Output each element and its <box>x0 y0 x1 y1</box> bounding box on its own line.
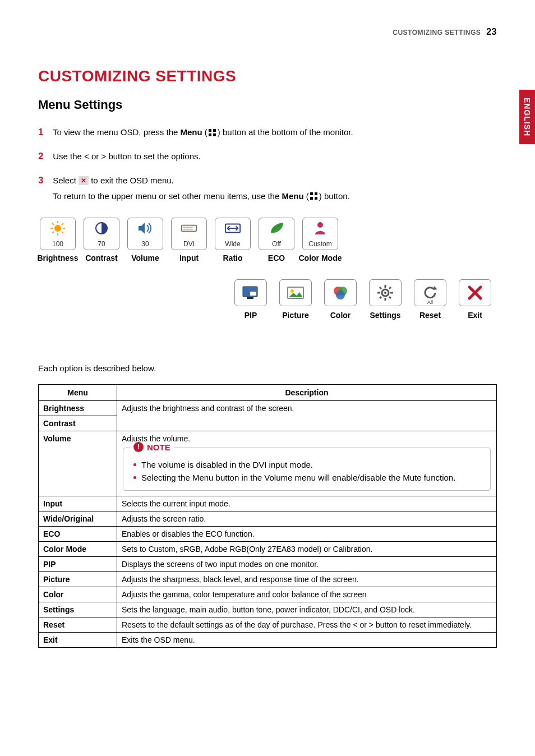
tile-reset: All Reset <box>412 279 449 320</box>
tile-label: Picture <box>282 311 308 320</box>
row-menu: Reset <box>39 617 117 632</box>
row-menu: Input <box>39 496 117 511</box>
section-subtitle: Menu Settings <box>38 98 497 112</box>
exit-icon <box>467 285 483 301</box>
row-brightness: Brightness <box>39 401 117 416</box>
row-menu: Exit <box>39 632 117 647</box>
row-desc: Adjusts the gamma, color temperature and… <box>117 587 497 602</box>
tile-label: Color Mode <box>299 253 342 262</box>
svg-rect-20 <box>191 229 192 230</box>
osd-row-1: 100 Brightness 70 Contrast 30 Volume <box>38 218 497 262</box>
svg-rect-19 <box>190 229 191 230</box>
menu-icon <box>309 192 319 200</box>
page-number: 23 <box>486 27 497 36</box>
reset-icon <box>422 284 439 301</box>
tile-settings: Settings <box>367 279 404 320</box>
note-item: Selecting the Menu button in the Volume … <box>133 471 482 484</box>
tile-label: PIP <box>245 311 257 320</box>
row-menu: ECO <box>39 526 117 541</box>
tile-label: ECO <box>268 253 285 262</box>
note-item: The volume is disabled in the DVI input … <box>133 458 482 471</box>
svg-rect-25 <box>250 292 256 296</box>
tile-color: Color <box>322 279 359 320</box>
svg-marker-42 <box>433 286 437 290</box>
svg-rect-13 <box>187 227 188 228</box>
tile-label: Input <box>179 253 199 262</box>
svg-rect-18 <box>187 229 188 230</box>
gear-icon <box>376 284 394 302</box>
tile-label: Exit <box>468 311 482 320</box>
language-tab: ENGLISH <box>519 90 535 144</box>
row-menu: Settings <box>39 602 117 617</box>
tile-value: Off <box>272 240 281 248</box>
desc-brightness-contrast: Adjusts the brightness and contrast of t… <box>117 401 497 431</box>
tile-label: Contrast <box>85 253 118 262</box>
tile-brightness: 100 Brightness <box>38 218 77 262</box>
steps-list: 1 To view the menu OSD, press the Menu (… <box>38 125 497 203</box>
tile-value: 70 <box>98 240 105 248</box>
tile-value: Custom <box>308 240 331 248</box>
tile-label: Reset <box>419 311 441 320</box>
svg-point-41 <box>384 292 386 294</box>
svg-line-40 <box>380 297 381 298</box>
row-menu: Color Mode <box>39 541 117 556</box>
page-title: CUSTOMIZING SETTINGS <box>38 67 497 85</box>
row-contrast: Contrast <box>39 416 117 431</box>
tile-value: DVI <box>183 240 195 248</box>
svg-rect-26 <box>247 297 253 299</box>
note-heading: ! NOTE <box>130 442 174 452</box>
tile-sublabel: All <box>427 299 433 305</box>
th-desc: Description <box>117 385 497 401</box>
picture-icon <box>286 285 305 301</box>
tile-pip: PIP <box>232 279 269 320</box>
menu-word: Menu <box>181 127 202 137</box>
row-desc: Displays the screens of two input modes … <box>117 556 497 571</box>
svg-line-38 <box>389 297 391 298</box>
tile-eco: Off ECO <box>257 218 296 262</box>
info-icon: ! <box>133 442 144 452</box>
osd-tiles: 100 Brightness 70 Contrast 30 Volume <box>38 218 497 320</box>
row-menu: PIP <box>39 556 117 571</box>
step-number: 1 <box>38 125 50 141</box>
svg-rect-10 <box>182 225 196 232</box>
desc-volume: Adjusts the volume. ! NOTE The volume is… <box>117 431 497 496</box>
svg-line-5 <box>52 223 54 225</box>
tile-volume: 30 Volume <box>126 218 165 262</box>
step-1: 1 To view the menu OSD, press the Menu (… <box>38 125 497 141</box>
row-menu: Color <box>39 587 117 602</box>
tile-label: Ratio <box>223 253 243 262</box>
svg-rect-12 <box>186 227 187 228</box>
sun-icon <box>49 221 66 236</box>
tile-label: Brightness <box>37 253 78 262</box>
tile-label: Volume <box>131 253 159 262</box>
svg-point-0 <box>54 225 61 232</box>
tile-picture: Picture <box>277 279 314 320</box>
tile-ratio: Wide Ratio <box>213 218 252 262</box>
step-number: 3 <box>38 173 50 189</box>
svg-line-6 <box>62 232 63 233</box>
svg-point-23 <box>317 222 323 228</box>
row-desc: Sets to Custom, sRGB, Adobe RGB(Only 27E… <box>117 541 497 556</box>
step-text: Select <box>53 176 79 185</box>
speaker-icon <box>137 221 154 236</box>
close-icon: ✕ <box>79 176 89 185</box>
menu-icon <box>207 128 218 137</box>
color-icon <box>331 284 349 301</box>
tile-input: DVI Input <box>169 218 209 262</box>
svg-line-39 <box>389 287 391 289</box>
pip-icon <box>241 285 260 301</box>
svg-line-7 <box>62 223 63 225</box>
contrast-icon <box>93 221 110 236</box>
row-desc: Exits the OSD menu. <box>117 632 497 647</box>
tile-value: Wide <box>225 240 240 248</box>
running-header: CUSTOMIZING SETTINGS 23 <box>393 27 497 37</box>
step-text: To view the menu OSD, press the <box>53 127 181 137</box>
person-icon <box>312 221 329 236</box>
svg-rect-15 <box>191 227 192 228</box>
svg-point-28 <box>290 289 294 293</box>
row-desc: Resets to the default settings as of the… <box>117 617 497 632</box>
step-3: 3 Select ✕ to exit the OSD menu. To retu… <box>38 173 497 203</box>
options-table: Menu Description Brightness Adjusts the … <box>38 384 497 648</box>
tile-label: Settings <box>370 311 400 320</box>
step-number: 2 <box>38 149 50 165</box>
